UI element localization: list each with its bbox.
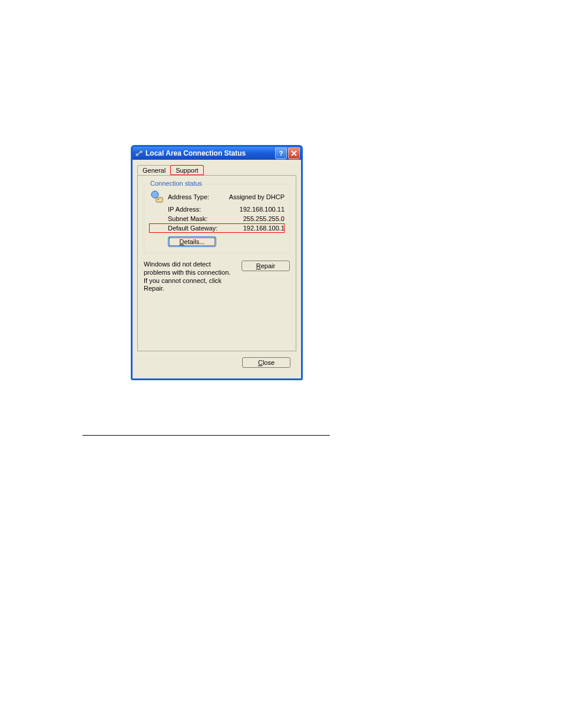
network-icon bbox=[149, 189, 164, 205]
tab-general-label: General bbox=[143, 167, 166, 174]
tabstrip: General Support bbox=[137, 163, 296, 176]
value-default-gateway: 192.168.100.1 bbox=[243, 225, 285, 232]
connection-status-group: Connection status Address Type: bbox=[144, 184, 290, 253]
kv-subnet-mask: Subnet Mask: 255.255.255.0 bbox=[149, 214, 285, 223]
svg-rect-7 bbox=[157, 199, 159, 200]
connection-status-heading: Connection status bbox=[148, 180, 204, 187]
tab-general[interactable]: General bbox=[137, 165, 171, 175]
svg-line-2 bbox=[138, 152, 140, 154]
repair-button-label: Repair bbox=[256, 262, 275, 269]
close-button-label: Close bbox=[258, 359, 275, 366]
kv-default-gateway: Default Gateway: 192.168.100.1 bbox=[149, 223, 285, 233]
repair-row: Windows did not detect problems with thi… bbox=[144, 261, 290, 293]
repair-button[interactable]: Repair bbox=[242, 261, 290, 271]
label-default-gateway: Default Gateway: bbox=[168, 225, 217, 232]
help-button[interactable]: ? bbox=[275, 147, 287, 159]
dialog-footer: Close bbox=[137, 351, 296, 374]
details-button[interactable]: Details... bbox=[168, 236, 216, 247]
spacer bbox=[144, 293, 290, 346]
tab-support[interactable]: Support bbox=[170, 165, 204, 175]
value-address-type: Assigned by DHCP bbox=[229, 193, 285, 200]
kv-ip-address: IP Address: 192.168.100.11 bbox=[149, 205, 285, 214]
window-title: Local Area Connection Status bbox=[146, 149, 274, 157]
horizontal-rule bbox=[82, 435, 330, 436]
value-subnet-mask: 255.255.255.0 bbox=[243, 215, 285, 222]
close-button[interactable] bbox=[288, 147, 300, 159]
label-ip-address: IP Address: bbox=[168, 206, 201, 213]
address-type-row: Address Type: Assigned by DHCP bbox=[149, 189, 285, 205]
close-dialog-button[interactable]: Close bbox=[242, 357, 290, 368]
kv-address-type: Address Type: Assigned by DHCP bbox=[168, 192, 285, 202]
svg-rect-6 bbox=[156, 197, 163, 202]
svg-rect-0 bbox=[135, 153, 138, 156]
svg-rect-1 bbox=[140, 150, 143, 153]
svg-point-5 bbox=[151, 191, 158, 198]
details-row: Details... bbox=[168, 236, 285, 247]
label-subnet-mask: Subnet Mask: bbox=[168, 215, 207, 222]
repair-message: Windows did not detect problems with thi… bbox=[144, 261, 233, 293]
label-address-type: Address Type: bbox=[168, 193, 209, 200]
client-area: General Support Connection status bbox=[133, 160, 301, 378]
titlebar[interactable]: Local Area Connection Status ? bbox=[133, 147, 301, 160]
tab-support-label: Support bbox=[176, 167, 199, 174]
connection-icon bbox=[135, 149, 143, 157]
support-tabpanel: Connection status Address Type: bbox=[137, 176, 296, 351]
details-button-label: Details... bbox=[180, 238, 205, 245]
value-ip-address: 192.168.100.11 bbox=[240, 206, 285, 213]
local-area-connection-status-dialog: Local Area Connection Status ? General S… bbox=[131, 145, 303, 380]
